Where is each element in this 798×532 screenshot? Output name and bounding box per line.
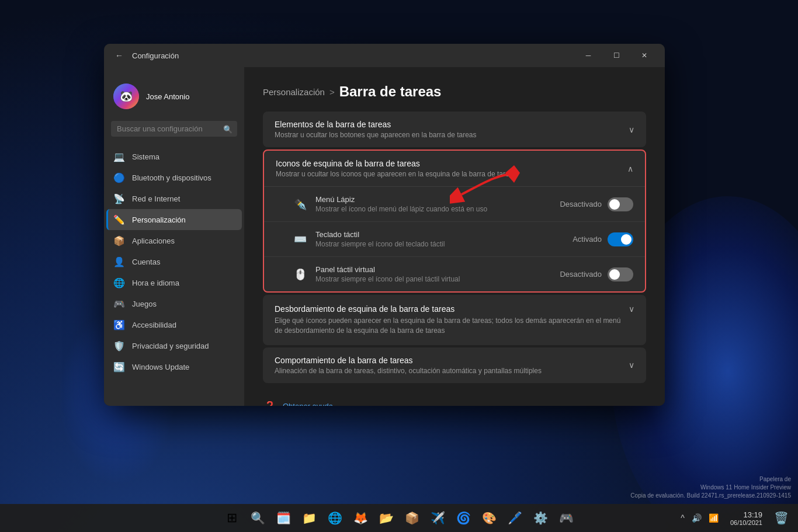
obtener-ayuda-link[interactable]: ❓ Obtener ayuda <box>263 395 646 406</box>
photoshop-icon[interactable]: 🎨 <box>477 506 501 530</box>
steam-icon[interactable]: 🎮 <box>554 506 578 530</box>
section-chevron: ∨ <box>629 125 634 134</box>
title-bar: ← Configuración ─ ☐ ✕ <box>104 44 665 67</box>
sidebar-item-label: Juegos <box>132 300 157 308</box>
clock-area[interactable]: 13:19 06/10/2021 <box>726 508 767 528</box>
panel-tactil-toggle[interactable] <box>608 267 633 281</box>
section-title: Iconos de esquina de la barra de tareas <box>276 159 516 168</box>
update-icon: 🔄 <box>113 361 125 373</box>
sidebar-item-cuentas[interactable]: 👤 Cuentas <box>106 251 242 272</box>
menu-lapiz-state-label: Desactivado <box>560 200 602 208</box>
teclado-tactil-control: Activado <box>573 232 633 246</box>
privacidad-icon: 🛡️ <box>113 340 125 352</box>
sidebar-item-label: Accesibilidad <box>132 321 176 329</box>
sidebar-item-juegos[interactable]: 🎮 Juegos <box>106 293 242 314</box>
teclado-tactil-toggle[interactable] <box>608 232 633 246</box>
folder-icon[interactable]: 📂 <box>374 506 398 530</box>
tray-volume-icon[interactable]: 🔊 <box>689 511 704 525</box>
cuentas-icon: 👤 <box>113 256 125 267</box>
section-comportamiento-header[interactable]: Comportamiento de la barra de tareas Ali… <box>263 347 646 383</box>
section-subtitle: Elige qué íconos pueden aparecer en la e… <box>275 316 629 336</box>
menu-lapiz-icon: ✒️ <box>292 196 308 213</box>
window-title: Configuración <box>132 51 179 60</box>
section-elementos-header[interactable]: Elementos de la barra de tareas Mostrar … <box>263 112 646 147</box>
title-bar-left: ← Configuración <box>111 47 179 64</box>
settings-window: ← Configuración ─ ☐ ✕ 🐼 Jose Antonio 🔍 <box>104 44 665 406</box>
edge-icon[interactable]: 🌐 <box>323 506 346 530</box>
panel-tactil-title: Panel táctil virtual <box>315 265 560 274</box>
store-icon[interactable]: 📦 <box>400 506 424 530</box>
search-icon[interactable]: 🔍 <box>223 124 233 133</box>
taskbar-right: ^ 🔊 📶 13:19 06/10/2021 🗑️ <box>678 508 791 528</box>
start-button[interactable]: ⊞ <box>220 506 244 530</box>
sidebar-item-label: Privacidad y seguridad <box>132 342 209 350</box>
firefox-icon[interactable]: 🦊 <box>349 506 372 530</box>
setting-row-teclado-tactil: ⌨️ Teclado táctil Mostrar siempre el íco… <box>264 222 645 257</box>
teclado-tactil-state-label: Activado <box>573 235 602 244</box>
sidebar-item-hora[interactable]: 🌐 Hora e idioma <box>106 272 242 293</box>
sistema-icon: 💻 <box>113 151 125 162</box>
teclado-tactil-icon: ⌨️ <box>292 231 308 248</box>
avatar-image: 🐼 <box>113 84 139 109</box>
sidebar-item-windows-update[interactable]: 🔄 Windows Update <box>106 356 242 377</box>
sidebar-item-personalizacion[interactable]: ✏️ Personalización <box>106 209 242 230</box>
task-view-icon[interactable]: 🗓️ <box>272 506 295 530</box>
menu-lapiz-toggle[interactable] <box>608 197 633 211</box>
search-taskbar-icon[interactable]: 🔍 <box>246 506 269 530</box>
teclado-tactil-desc: Mostrar siempre el ícono del teclado tác… <box>315 240 573 248</box>
tray-network-icon[interactable]: 📶 <box>706 511 721 525</box>
sidebar-item-sistema[interactable]: 💻 Sistema <box>106 146 242 167</box>
settings-body: 🐼 Jose Antonio 🔍 💻 Sistema 🔵 Bluetooth y… <box>104 67 665 406</box>
maximize-button[interactable]: ☐ <box>603 46 630 65</box>
breadcrumb-current: Barra de tareas <box>339 84 442 100</box>
system-tray: ^ 🔊 📶 <box>678 511 721 525</box>
tray-expand-icon[interactable]: ^ <box>678 511 687 525</box>
section-subtitle: Mostrar u ocultar los botones que aparec… <box>275 131 477 139</box>
sidebar-item-label: Bluetooth y dispositivos <box>132 173 211 182</box>
settings-taskbar-icon[interactable]: ⚙️ <box>529 506 552 530</box>
user-profile[interactable]: 🐼 Jose Antonio <box>104 77 244 121</box>
personalizacion-icon: ✏️ <box>113 214 125 225</box>
section-desbordamiento: Desbordamiento de esquina de la barra de… <box>263 295 646 345</box>
close-button[interactable]: ✕ <box>631 46 658 65</box>
back-button[interactable]: ← <box>111 47 127 64</box>
setting-row-panel-tactil: 🖱️ Panel táctil virtual Mostrar siempre … <box>264 257 645 291</box>
section-iconos-esquina: Iconos de esquina de la barra de tareas … <box>263 149 646 293</box>
sidebar-item-aplicaciones[interactable]: 📦 Aplicaciones <box>106 230 242 251</box>
file-explorer-icon[interactable]: 📁 <box>297 506 321 530</box>
clock-time: 13:19 <box>730 510 762 519</box>
sidebar-item-privacidad[interactable]: 🛡️ Privacidad y seguridad <box>106 335 242 356</box>
accesibilidad-icon: ♿ <box>113 319 125 331</box>
sidebar-item-accesibilidad[interactable]: ♿ Accesibilidad <box>106 314 242 335</box>
section-title: Desbordamiento de esquina de la barra de… <box>275 304 629 314</box>
sidebar-item-red[interactable]: 📡 Red e Internet <box>106 188 242 209</box>
minimize-button[interactable]: ─ <box>575 46 602 65</box>
section-comportamiento: Comportamiento de la barra de tareas Ali… <box>263 347 646 383</box>
sidebar-item-bluetooth[interactable]: 🔵 Bluetooth y dispositivos <box>106 167 242 188</box>
section-chevron: ∨ <box>629 304 634 314</box>
help-links: ❓ Obtener ayuda 💬 Enviar comentarios <box>263 395 646 406</box>
section-desbordamiento-header[interactable]: Desbordamiento de esquina de la barra de… <box>263 295 646 345</box>
menu-lapiz-control: Desactivado <box>560 197 633 211</box>
user-name: Jose Antonio <box>146 92 189 101</box>
ayuda-icon: ❓ <box>263 399 277 406</box>
panel-tactil-control: Desactivado <box>560 267 633 281</box>
search-input[interactable] <box>111 121 237 137</box>
search-box: 🔍 <box>111 121 237 137</box>
acrobat-icon[interactable]: 🖊️ <box>503 506 526 530</box>
title-bar-nav: ← <box>111 47 127 64</box>
apps-icon: 📦 <box>113 235 125 246</box>
main-content: Personalización > Barra de tareas Elemen… <box>244 67 665 406</box>
unknown-icon[interactable]: 🌀 <box>452 506 475 530</box>
sidebar-item-label: Windows Update <box>132 363 189 371</box>
sidebar-item-label: Personalización <box>132 215 186 224</box>
setting-row-menu-lapiz: ✒️ Menú Lápiz Mostrar el ícono del menú … <box>264 187 645 222</box>
sidebar-item-label: Red e Internet <box>132 194 180 203</box>
telegram-icon[interactable]: ✈️ <box>426 506 449 530</box>
section-subtitle: Mostrar u ocultar los iconos que aparece… <box>276 170 516 178</box>
section-subtitle: Alineación de la barra de tareas, distin… <box>275 367 542 375</box>
notification-icon[interactable]: 🗑️ <box>772 511 791 525</box>
section-title: Elementos de la barra de tareas <box>275 120 477 129</box>
section-iconos-header[interactable]: Iconos de esquina de la barra de tareas … <box>264 151 645 186</box>
taskbar-center: ⊞ 🔍 🗓️ 📁 🌐 🦊 📂 📦 ✈️ 🌀 🎨 🖊️ ⚙️ 🎮 <box>220 506 578 530</box>
